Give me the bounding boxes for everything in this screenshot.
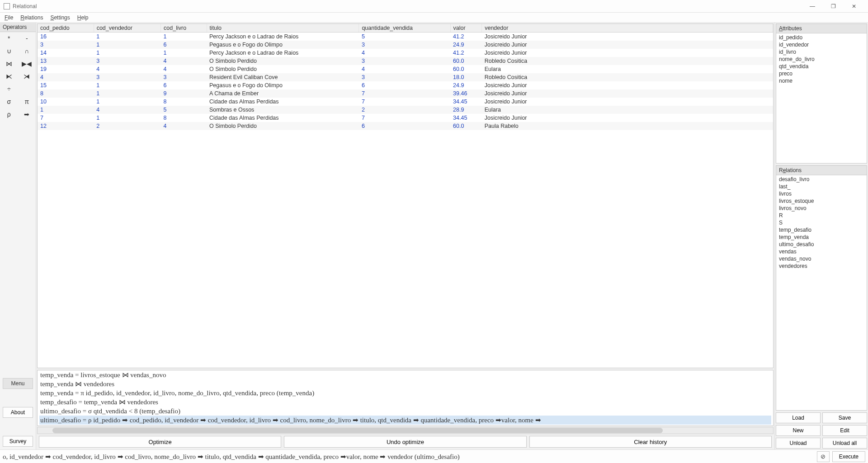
attribute-item[interactable]: nome	[779, 77, 864, 84]
history-item[interactable]: temp_venda = livros_estoque ⋈ vendas_nov…	[39, 370, 771, 379]
query-input[interactable]: o, id_vendedor ➡ cod_vendedor, id_livro …	[3, 453, 814, 461]
relation-item[interactable]: last_	[779, 183, 864, 190]
operator-button[interactable]: σ	[0, 95, 18, 108]
table-row[interactable]: 718Cidade das Almas Perdidas734.45Josicr…	[38, 114, 773, 122]
operator-button[interactable]: ρ	[0, 108, 18, 121]
relations-panel: Relations desafio_livrolast_livroslivros…	[776, 165, 867, 411]
relation-item[interactable]: livros_novo	[779, 205, 864, 212]
table-row[interactable]: 316Pegasus e o Fogo do Olimpo324.9Josicr…	[38, 41, 773, 49]
table-cell: Josicreido Junior	[482, 81, 773, 89]
table-row[interactable]: 1334O Simbolo Perdido360.0Robledo Cositi…	[38, 57, 773, 65]
optimize-button[interactable]: Optimize	[39, 436, 281, 448]
history-item[interactable]: temp_venda = π id_pedido, id_vendedor, i…	[39, 388, 771, 398]
menu-settings[interactable]: Settings	[50, 14, 70, 21]
operators-header: Operators	[0, 23, 36, 32]
table-cell: 6	[161, 81, 207, 89]
menu-help[interactable]: Help	[77, 14, 89, 21]
relations-header: Relations	[776, 166, 867, 175]
table-row[interactable]: 145Sombras e Ossos228.9Eulara	[38, 106, 773, 114]
history-scrollbar[interactable]	[37, 427, 774, 434]
table-cell: Eulara	[482, 106, 773, 114]
attribute-item[interactable]: qtd_vendida	[779, 63, 864, 70]
table-row[interactable]: 1411Percy Jackson e o Ladrao de Raios441…	[38, 49, 773, 57]
table-cell: 16	[38, 33, 94, 41]
relation-item[interactable]: temp_desafio	[779, 226, 864, 234]
relation-item[interactable]: livros	[779, 190, 864, 197]
unload-button[interactable]: Unload	[776, 438, 821, 449]
operator-button[interactable]: ⋈	[0, 57, 18, 70]
load-button[interactable]: Load	[776, 412, 821, 423]
table-cell: O Simbolo Perdido	[207, 57, 359, 65]
unload-all-button[interactable]: Unload all	[822, 438, 867, 449]
close-button[interactable]: ✕	[844, 0, 864, 13]
attribute-item[interactable]: id_pedido	[779, 34, 864, 41]
clear-history-button[interactable]: Clear history	[529, 436, 772, 448]
clear-query-icon[interactable]: ⊘	[817, 451, 830, 462]
relation-item[interactable]: ultimo_desafio	[779, 241, 864, 248]
attribute-item[interactable]: id_vendedor	[779, 41, 864, 48]
table-cell: 10	[38, 98, 94, 106]
table-cell: 4	[94, 65, 160, 73]
history-item[interactable]: ultimo_desafio = ρ id_pedido ➡ cod_pedid…	[39, 416, 771, 425]
table-cell: 4	[161, 122, 207, 130]
about-button[interactable]: About	[3, 407, 33, 418]
relation-item[interactable]: vendas_novo	[779, 255, 864, 262]
window-title: Relational	[13, 3, 802, 9]
table-row[interactable]: 1944O Simbolo Perdido460.0Eulara	[38, 65, 773, 73]
relation-item[interactable]: S	[779, 219, 864, 226]
table-row[interactable]: 1516Pegasus e o Fogo do Olimpo624.9Josic…	[38, 81, 773, 89]
survey-button[interactable]: Survey	[3, 436, 33, 447]
undo-optimize-button[interactable]: Undo optimize	[284, 436, 526, 448]
column-header[interactable]: titulo	[207, 24, 359, 33]
table-row[interactable]: 1224O Simbolo Perdido660.0Paula Rabelo	[38, 122, 773, 130]
relation-item[interactable]: desafio_livro	[779, 176, 864, 183]
result-table-wrap[interactable]: cod_pedidocod_vendedorcod_livrotituloqua…	[37, 23, 774, 368]
relation-item[interactable]: vendedores	[779, 262, 864, 270]
menu-section-label[interactable]: Menu	[3, 378, 33, 389]
table-row[interactable]: 1018Cidade das Almas Perdidas734.45Josic…	[38, 98, 773, 106]
operator-button[interactable]: ⧔	[0, 70, 18, 83]
edit-button[interactable]: Edit	[822, 425, 867, 436]
attribute-item[interactable]: nome_do_livro	[779, 56, 864, 63]
history-item[interactable]: temp_venda ⋈ vendedores	[39, 379, 771, 388]
table-cell: 1	[38, 106, 94, 114]
operator-button[interactable]: ∩	[18, 45, 36, 57]
attribute-item[interactable]: id_livro	[779, 48, 864, 56]
column-header[interactable]: cod_vendedor	[94, 24, 160, 33]
table-cell: Eulara	[482, 65, 773, 73]
operator-button[interactable]: *	[0, 32, 18, 45]
menu-file[interactable]: File	[5, 14, 13, 21]
operator-button[interactable]: ∪	[0, 45, 18, 57]
relation-item[interactable]: R	[779, 212, 864, 219]
execute-button[interactable]: Execute	[832, 451, 865, 462]
table-cell: O Simbolo Perdido	[207, 122, 359, 130]
table-cell: A Chama de Ember	[207, 89, 359, 98]
operator-button[interactable]: -	[18, 32, 36, 45]
column-header[interactable]: cod_pedido	[38, 24, 94, 33]
relation-item[interactable]: vendas	[779, 248, 864, 255]
relation-item[interactable]: temp_venda	[779, 234, 864, 241]
history-list[interactable]: temp_venda = livros_estoque ⋈ vendas_nov…	[37, 370, 774, 426]
column-header[interactable]: valor	[450, 24, 482, 33]
save-button[interactable]: Save	[822, 412, 867, 423]
minimize-button[interactable]: —	[802, 0, 823, 13]
column-header[interactable]: cod_livro	[161, 24, 207, 33]
menu-relations[interactable]: Relations	[20, 14, 43, 21]
table-row[interactable]: 819A Chama de Ember739.46Josicreido Juni…	[38, 89, 773, 98]
operator-button[interactable]: ▶◀	[18, 57, 36, 70]
maximize-button[interactable]: ❐	[823, 0, 844, 13]
history-item[interactable]: temp_desafio = temp_venda ⋈ vendedores	[39, 398, 771, 407]
operator-button[interactable]: ⧕	[18, 70, 36, 83]
operator-button[interactable]: ÷	[0, 83, 18, 95]
table-cell: 2	[94, 122, 160, 130]
column-header[interactable]: quantidade_vendida	[359, 24, 450, 33]
table-row[interactable]: 1611Percy Jackson e o Ladrao de Raios541…	[38, 33, 773, 41]
table-row[interactable]: 433Resident Evil Caliban Cove318.0Robled…	[38, 73, 773, 81]
attribute-item[interactable]: preco	[779, 70, 864, 77]
new-button[interactable]: New	[776, 425, 821, 436]
operator-button[interactable]: π	[18, 95, 36, 108]
operator-button[interactable]: ➡	[18, 108, 36, 121]
history-item[interactable]: ultimo_desafio = σ qtd_vendida < 8 (temp…	[39, 407, 771, 416]
column-header[interactable]: vendedor	[482, 24, 773, 33]
relation-item[interactable]: livros_estoque	[779, 197, 864, 205]
